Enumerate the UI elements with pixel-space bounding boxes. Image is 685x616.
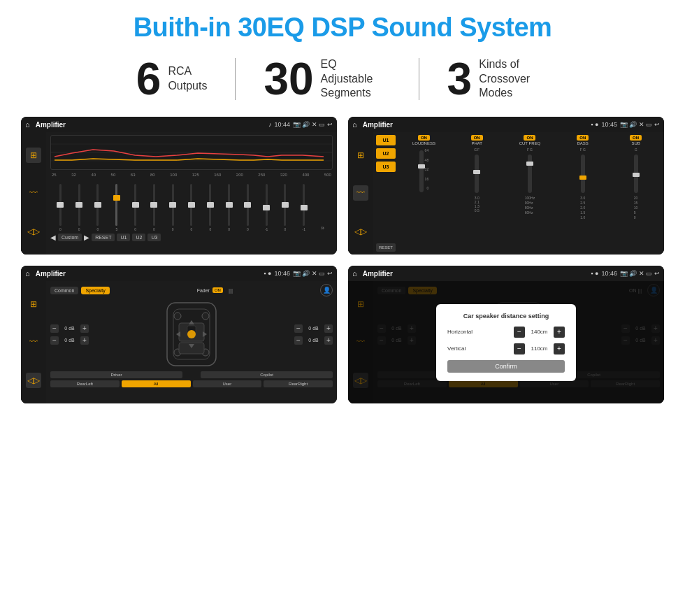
sidebar-eq-icon-2[interactable]: ⊞ bbox=[353, 148, 368, 163]
sidebar-wave-icon[interactable]: 〰 bbox=[26, 185, 41, 201]
eq-freq-labels: 25 32 40 50 63 80 100 125 160 200 250 32… bbox=[50, 173, 333, 177]
db-control-fr: − 0 dB + bbox=[294, 324, 333, 333]
dialog-overlay: Car speaker distance setting Horizontal … bbox=[348, 281, 664, 403]
loudness-slider[interactable] bbox=[419, 150, 424, 192]
phat-on[interactable]: ON bbox=[471, 135, 483, 141]
cutfreq-slider[interactable] bbox=[528, 155, 532, 193]
copilot-btn[interactable]: Copilot bbox=[201, 371, 333, 378]
eq-slider-nav[interactable]: » bbox=[314, 210, 331, 231]
eq-slider-2[interactable]: 0 bbox=[89, 184, 107, 231]
dialog-horizontal-control: − 140cm + bbox=[514, 327, 565, 338]
loudness-on[interactable]: ON bbox=[418, 135, 430, 141]
eq-slider-4[interactable]: 0 bbox=[127, 184, 144, 231]
db-minus-rl[interactable]: − bbox=[50, 336, 59, 345]
sub-on[interactable]: ON bbox=[630, 135, 642, 141]
specialty-tab[interactable]: Specialty bbox=[81, 287, 109, 294]
distance-dialog: Car speaker distance setting Horizontal … bbox=[436, 304, 576, 381]
fader-on-badge[interactable]: ON bbox=[212, 287, 223, 293]
db-minus-fr[interactable]: − bbox=[294, 324, 303, 333]
eq-slider-5[interactable]: 0 bbox=[145, 184, 163, 231]
eq-u1-btn[interactable]: U1 bbox=[117, 234, 130, 241]
eq-reset-btn[interactable]: RESET bbox=[92, 234, 115, 241]
eq-slider-12[interactable]: 0 bbox=[277, 184, 294, 231]
fader-body: − 0 dB + − 0 dB + bbox=[50, 299, 333, 369]
db-plus-fl[interactable]: + bbox=[80, 324, 89, 333]
bass-on[interactable]: ON bbox=[577, 135, 589, 141]
car-diagram bbox=[164, 299, 219, 369]
home-icon-2[interactable]: ⌂ bbox=[352, 120, 357, 129]
eq-slider-8[interactable]: 0 bbox=[201, 184, 219, 231]
crossover-u3-btn[interactable]: U3 bbox=[376, 162, 396, 172]
sidebar-speaker-icon-3[interactable]: ◁▷ bbox=[26, 373, 41, 388]
stats-row: 6 RCA Outputs 30 EQ Adjustable Segments … bbox=[21, 57, 664, 101]
speaker-diagram bbox=[94, 299, 289, 369]
user-btn[interactable]: User bbox=[193, 380, 262, 387]
fader-top-controls: Common Specialty Fader ON ||| 👤 bbox=[50, 284, 333, 296]
eq-slider-7[interactable]: 0 bbox=[183, 184, 201, 231]
bass-slider[interactable] bbox=[581, 155, 585, 193]
dialog-horizontal-plus[interactable]: + bbox=[554, 327, 565, 338]
sidebar-speaker-icon[interactable]: ◁▷ bbox=[26, 224, 41, 239]
crossover-reset-btn[interactable]: RESET bbox=[376, 243, 396, 252]
eq-slider-11[interactable]: -1 bbox=[258, 184, 275, 231]
crossover-main-area: U1 U2 U3 RESET ON LOUDNESS bbox=[373, 132, 664, 255]
svg-point-12 bbox=[187, 330, 196, 338]
music-icon-4: ▪ ● bbox=[591, 270, 598, 277]
confirm-button[interactable]: Confirm bbox=[447, 360, 565, 373]
sidebar-eq-icon[interactable]: ⊞ bbox=[26, 148, 41, 163]
dialog-vertical-label: Vertical bbox=[447, 345, 466, 352]
fader-right-db: − 0 dB + − 0 dB + bbox=[294, 324, 333, 345]
eq-slider-0[interactable]: 0 bbox=[52, 184, 69, 231]
cutfreq-on[interactable]: ON bbox=[524, 135, 535, 141]
home-icon[interactable]: ⌂ bbox=[25, 120, 30, 129]
dialog-horizontal-minus[interactable]: − bbox=[514, 327, 525, 338]
eq-slider-3[interactable]: 5 bbox=[108, 184, 125, 231]
screen-crossover: ⌂ Amplifier ▪ ● 10:45 📷 🔊 ✕ ▭ ↩ ⊞ 〰 ◁▷ U… bbox=[348, 117, 664, 255]
dialog-vertical-minus[interactable]: − bbox=[514, 343, 525, 354]
db-plus-fr[interactable]: + bbox=[324, 324, 333, 333]
driver-btn[interactable]: Driver bbox=[50, 371, 182, 378]
svg-marker-13 bbox=[189, 320, 194, 324]
eq-u2-btn[interactable]: U2 bbox=[132, 234, 145, 241]
eq-sliders: 0 0 0 5 bbox=[50, 179, 333, 231]
eq-prev-arrow[interactable]: ◀ bbox=[50, 234, 56, 241]
eq-slider-9[interactable]: 0 bbox=[220, 184, 238, 231]
profile-icon[interactable]: 👤 bbox=[320, 284, 333, 296]
db-minus-fl[interactable]: − bbox=[50, 324, 59, 333]
crossover-u2-btn[interactable]: U2 bbox=[376, 148, 396, 159]
sidebar-speaker-icon-2[interactable]: ◁▷ bbox=[353, 224, 368, 239]
car-svg bbox=[164, 299, 219, 369]
crossover-u1-btn[interactable]: U1 bbox=[376, 135, 396, 145]
eq-next-arrow[interactable]: ▶ bbox=[84, 234, 89, 241]
db-value-rl: 0 dB bbox=[61, 338, 78, 343]
eq-u3-btn[interactable]: U3 bbox=[147, 234, 161, 241]
eq-graph bbox=[50, 135, 333, 170]
sidebar-wave-icon-2[interactable]: 〰 bbox=[353, 185, 368, 201]
home-icon-3[interactable]: ⌂ bbox=[25, 269, 30, 278]
home-icon-4[interactable]: ⌂ bbox=[352, 269, 357, 278]
eq-slider-6[interactable]: 0 bbox=[164, 184, 182, 231]
rearright-btn[interactable]: RearRight bbox=[264, 380, 333, 387]
dialog-horizontal-label: Horizontal bbox=[447, 329, 473, 335]
topbar-crossover: ⌂ Amplifier ▪ ● 10:45 📷 🔊 ✕ ▭ ↩ bbox=[348, 117, 664, 132]
phat-slider[interactable] bbox=[475, 155, 479, 193]
eq-slider-1[interactable]: 0 bbox=[71, 184, 88, 231]
svg-point-6 bbox=[202, 313, 209, 320]
fader-bottom-buttons: Driver Copilot bbox=[50, 371, 333, 378]
crossover-content: ⊞ 〰 ◁▷ U1 U2 U3 RESET ON LO bbox=[348, 132, 664, 255]
sidebar-wave-icon-3[interactable]: 〰 bbox=[26, 334, 41, 350]
sidebar-eq-icon-3[interactable]: ⊞ bbox=[26, 296, 41, 312]
screen-eq: ⌂ Amplifier ♪ 10:44 📷 🔊 ✕ ▭ ↩ ⊞ 〰 ◁▷ bbox=[21, 117, 337, 255]
eq-slider-13[interactable]: -1 bbox=[295, 184, 312, 231]
db-plus-rl[interactable]: + bbox=[80, 336, 89, 345]
db-control-rl: − 0 dB + bbox=[50, 336, 89, 345]
all-btn[interactable]: All bbox=[122, 380, 191, 387]
eq-slider-10[interactable]: 0 bbox=[239, 184, 257, 231]
db-minus-rr[interactable]: − bbox=[294, 336, 303, 345]
sub-slider[interactable] bbox=[634, 155, 638, 193]
dialog-vertical-plus[interactable]: + bbox=[554, 343, 565, 354]
eq-preset-custom[interactable]: Custom bbox=[58, 234, 82, 241]
rearleft-btn[interactable]: RearLeft bbox=[50, 380, 120, 387]
common-tab[interactable]: Common bbox=[50, 287, 78, 294]
db-plus-rr[interactable]: + bbox=[324, 336, 333, 345]
